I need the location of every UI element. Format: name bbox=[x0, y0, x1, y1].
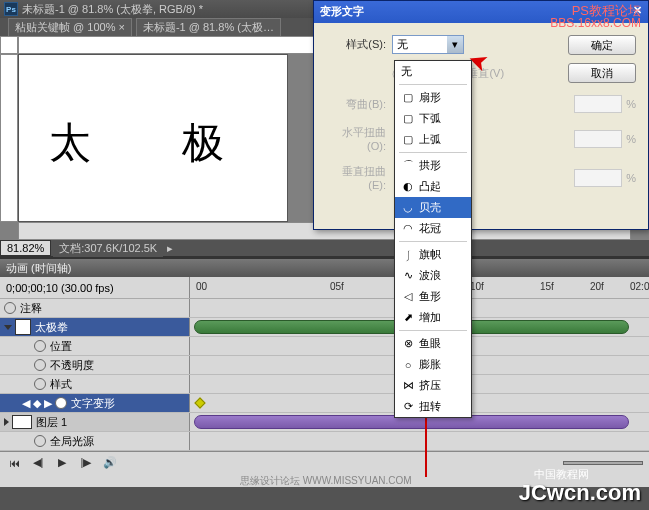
style-dropdown[interactable]: 无 ▢扇形 ▢下弧 ▢上弧 ⌒拱形 ◐凸起 ◡贝壳 ◠花冠 ⎰旗帜 ∿波浪 ◁鱼… bbox=[394, 60, 472, 418]
hdist-input[interactable] bbox=[574, 130, 622, 148]
rewind-button[interactable]: ⏮ bbox=[6, 456, 22, 470]
animation-panel-header[interactable]: 动画 (时间轴) bbox=[0, 259, 649, 277]
dialog-title: 变形文字 bbox=[320, 4, 364, 20]
shell-icon: ◡ bbox=[401, 202, 415, 213]
tab-untitled[interactable]: 未标题-1 @ 81.8% (太极… bbox=[136, 18, 281, 37]
label-opacity: 不透明度 bbox=[50, 358, 94, 373]
timeline-panel: 0;00;00;10 (30.00 fps) 00 05f 10f 15f 20… bbox=[0, 277, 649, 487]
style-combobox[interactable]: 无 ▾ bbox=[392, 35, 464, 54]
stopwatch-icon[interactable] bbox=[34, 435, 46, 447]
arc-icon: ▢ bbox=[401, 92, 415, 103]
bulge-icon: ◐ bbox=[401, 181, 415, 192]
row-position[interactable]: 位置 bbox=[0, 337, 649, 356]
label-globallight: 全局光源 bbox=[50, 434, 94, 449]
tab-paste-keyframe[interactable]: 粘贴关键帧 @ 100% × bbox=[8, 18, 132, 37]
dd-shellupper[interactable]: ◠花冠 bbox=[395, 218, 471, 239]
arcupper-icon: ▢ bbox=[401, 134, 415, 145]
play-button[interactable]: ▶ bbox=[54, 456, 70, 470]
zoom-level[interactable]: 81.82% bbox=[0, 240, 51, 256]
dd-fish[interactable]: ◁鱼形 bbox=[395, 286, 471, 307]
dd-fisheye[interactable]: ⊗鱼眼 bbox=[395, 333, 471, 354]
stopwatch-icon[interactable] bbox=[34, 378, 46, 390]
arclower-icon: ▢ bbox=[401, 113, 415, 124]
tick-3: 15f bbox=[540, 281, 554, 292]
bend-label: 弯曲(B): bbox=[326, 97, 386, 112]
vdist-input[interactable] bbox=[574, 169, 622, 187]
label-warp: 文字变形 bbox=[71, 396, 115, 411]
loop-button[interactable]: 🔊 bbox=[102, 456, 118, 470]
row-style[interactable]: 样式 bbox=[0, 375, 649, 394]
tick-4: 20f bbox=[590, 281, 604, 292]
watermark-bbs: BBS.16xx8.COM bbox=[550, 16, 641, 30]
timeline-ruler[interactable]: 0;00;00;10 (30.00 fps) 00 05f 10f 15f 20… bbox=[0, 277, 649, 299]
dd-none[interactable]: 无 bbox=[395, 61, 471, 82]
tick-5: 02:0 bbox=[630, 281, 649, 292]
dd-flag[interactable]: ⎰旗帜 bbox=[395, 244, 471, 265]
prev-frame-button[interactable]: ◀| bbox=[30, 456, 46, 470]
row-taiji-layer[interactable]: T太极拳 bbox=[0, 318, 649, 337]
twist-icon: ⟳ bbox=[401, 401, 415, 412]
next-frame-button[interactable]: |▶ bbox=[78, 456, 94, 470]
hdist-label: 水平扭曲(O): bbox=[326, 125, 386, 152]
squeeze-icon: ⋈ bbox=[401, 380, 415, 391]
ps-logo-icon: Ps bbox=[4, 2, 18, 16]
label-comments: 注释 bbox=[20, 301, 42, 316]
dd-shell[interactable]: ◡贝壳 bbox=[395, 197, 471, 218]
label-style: 样式 bbox=[50, 377, 72, 392]
text-layer-icon: T bbox=[15, 319, 31, 335]
stopwatch-icon[interactable] bbox=[4, 302, 16, 314]
animation-title: 动画 (时间轴) bbox=[6, 261, 71, 276]
flag-icon: ⎰ bbox=[401, 249, 415, 260]
fish-icon: ◁ bbox=[401, 291, 415, 302]
shellupper-icon: ◠ bbox=[401, 223, 415, 234]
watermark-missyuan: 思缘设计论坛 WWW.MISSYUAN.COM bbox=[240, 474, 412, 488]
row-text-warp[interactable]: ◀ ◆ ▶ 文字变形 bbox=[0, 394, 649, 413]
document-canvas[interactable]: 太 极 bbox=[18, 54, 288, 222]
dd-arclower[interactable]: ▢下弧 bbox=[395, 108, 471, 129]
chevron-down-icon[interactable]: ▾ bbox=[447, 36, 463, 53]
rise-icon: ⬈ bbox=[401, 312, 415, 323]
dd-rise[interactable]: ⬈增加 bbox=[395, 307, 471, 328]
stopwatch-icon[interactable] bbox=[34, 359, 46, 371]
row-comments[interactable]: 注释 bbox=[0, 299, 649, 318]
row-layer1[interactable]: 图层 1 bbox=[0, 413, 649, 432]
arrow-icon[interactable]: ▸ bbox=[167, 242, 173, 255]
ruler-corner bbox=[0, 36, 18, 54]
stopwatch-icon[interactable] bbox=[34, 340, 46, 352]
watermark-cn: 中国教程网 bbox=[534, 467, 589, 482]
stopwatch-icon[interactable] bbox=[55, 397, 67, 409]
status-bar: 81.82% 文档:307.6K/102.5K ▸ bbox=[0, 240, 649, 256]
row-opacity[interactable]: 不透明度 bbox=[0, 356, 649, 375]
dd-twist[interactable]: ⟳扭转 bbox=[395, 396, 471, 417]
dd-arcupper[interactable]: ▢上弧 bbox=[395, 129, 471, 150]
layer-thumb-icon bbox=[12, 415, 32, 429]
app-title: 未标题-1 @ 81.8% (太极拳, RGB/8) * bbox=[22, 2, 203, 17]
disclosure-icon[interactable] bbox=[4, 325, 12, 330]
tick-1: 05f bbox=[330, 281, 344, 292]
ok-button[interactable]: 确定 bbox=[568, 35, 636, 55]
separator bbox=[399, 152, 467, 153]
separator bbox=[399, 330, 467, 331]
row-globallight[interactable]: 全局光源 bbox=[0, 432, 649, 451]
dd-arch[interactable]: ⌒拱形 bbox=[395, 155, 471, 176]
dd-wave[interactable]: ∿波浪 bbox=[395, 265, 471, 286]
zoom-slider[interactable] bbox=[563, 461, 643, 465]
canvas-text[interactable]: 太 极 bbox=[49, 115, 264, 171]
fisheye-icon: ⊗ bbox=[401, 338, 415, 349]
fps-label: (30.00 fps) bbox=[61, 282, 114, 294]
dd-arc[interactable]: ▢扇形 bbox=[395, 87, 471, 108]
style-value: 无 bbox=[397, 37, 408, 52]
ruler-vertical[interactable] bbox=[0, 54, 18, 222]
dd-inflate[interactable]: ○膨胀 bbox=[395, 354, 471, 375]
disclosure-icon[interactable] bbox=[4, 418, 9, 426]
current-time[interactable]: 0;00;00;10 bbox=[6, 282, 58, 294]
dd-squeeze[interactable]: ⋈挤压 bbox=[395, 375, 471, 396]
cancel-button[interactable]: 取消 bbox=[568, 63, 636, 83]
doc-size: 文档:307.6K/102.5K bbox=[53, 240, 163, 257]
dd-bulge[interactable]: ◐凸起 bbox=[395, 176, 471, 197]
label-layer1: 图层 1 bbox=[36, 415, 67, 430]
bend-input[interactable] bbox=[574, 95, 622, 113]
label-taiji: 太极拳 bbox=[35, 320, 68, 335]
separator bbox=[399, 241, 467, 242]
keyframe-icon[interactable] bbox=[194, 397, 205, 408]
